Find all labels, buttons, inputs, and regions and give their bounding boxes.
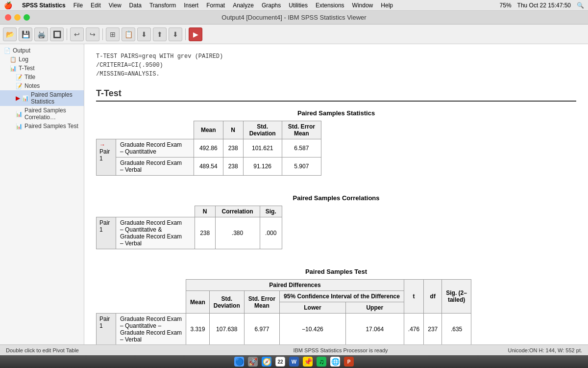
pair1-row1-label: Graduate Record Exam– Quantitative (116, 139, 194, 158)
section-title: T-Test (96, 88, 576, 102)
menu-analyze[interactable]: Analyze (233, 2, 254, 9)
paired-test-title: Paired Samples Test (96, 268, 576, 275)
syntax-line-3: /MISSING=ANALYSIS. (96, 70, 576, 79)
undo-button[interactable]: ↩ (70, 27, 84, 41)
dock: 🔵 🚀 🧭 22 W 📌 ♫ 🌐 P (0, 355, 588, 368)
test-col-t: t (404, 280, 423, 314)
menu-insert[interactable]: Insert (184, 2, 198, 9)
main-area: 📄 Output 📋 Log 📊 T-Test 📝 Title 📝 Notes … (0, 44, 588, 344)
menu-edit[interactable]: Edit (91, 2, 101, 9)
redo-button[interactable]: ↪ (86, 27, 99, 41)
test-sig: .635 (442, 314, 471, 345)
apple-menu[interactable]: 🍎 (4, 1, 12, 9)
test-t: .476 (404, 314, 423, 345)
menu-utilities[interactable]: Utilities (289, 2, 308, 9)
open-button[interactable]: 📂 (3, 27, 17, 41)
corr-corr: .380 (215, 217, 260, 249)
test-se: 6.977 (244, 314, 279, 345)
test-col-mean: Mean (186, 291, 210, 314)
paired-test-section: Paired Samples Test Paired Differences t… (96, 268, 576, 344)
dock-calendar[interactable]: 22 (275, 357, 285, 367)
table-row: Pair 1 Graduate Record Exam– Quantitativ… (97, 217, 282, 249)
paired-corr-icon: 📊 (16, 111, 23, 117)
corr-empty (97, 206, 195, 217)
dock-stickies[interactable]: 📌 (303, 357, 313, 367)
corr-col-sig: Sig. (260, 206, 282, 217)
dock-finder[interactable]: 🔵 (234, 357, 244, 367)
syntax-line-2: /CRITERIA=CI(.9500) (96, 61, 576, 70)
toolbar-sep1 (67, 28, 67, 40)
test-col-lower: Lower (280, 302, 346, 314)
dock-powerpoint[interactable]: P (344, 357, 354, 367)
menu-help[interactable]: Help (381, 2, 393, 9)
collapse-button[interactable]: ⬆ (153, 27, 167, 41)
window-title: Output4 [Document4] - IBM SPSS Statistic… (221, 14, 366, 21)
sidebar-item-log[interactable]: 📋 Log (0, 55, 84, 64)
pair1-row2-n: 238 (223, 158, 243, 176)
save-button[interactable]: 💾 (19, 27, 32, 41)
maximize-button[interactable] (24, 14, 30, 21)
sidebar-item-paired-stats[interactable]: ▶ 📊 Paired Samples Statistics (0, 90, 84, 106)
expand-button[interactable]: ⬇ (169, 27, 182, 41)
menu-data[interactable]: Data (129, 2, 142, 9)
print-button[interactable]: 🖨️ (34, 27, 48, 41)
sidebar-item-paired-test[interactable]: 📊 Paired Samples Test (0, 122, 84, 131)
close-button[interactable] (5, 14, 11, 21)
sidebar: 📄 Output 📋 Log 📊 T-Test 📝 Title 📝 Notes … (0, 44, 84, 344)
paired-test-icon: 📊 (16, 123, 23, 130)
menu-format[interactable]: Format (206, 2, 225, 9)
minimize-button[interactable] (14, 14, 21, 21)
col-n: N (223, 121, 243, 139)
active-arrow-icon: ▶ (16, 95, 20, 102)
test-df: 237 (424, 314, 442, 345)
test-pair-label: Pair 1 (97, 314, 116, 345)
sidebar-item-ttest[interactable]: 📊 T-Test (0, 64, 84, 73)
insert-button[interactable]: 📋 (122, 27, 135, 41)
print-preview-button[interactable]: 🔲 (50, 27, 64, 41)
menu-transform[interactable]: Transform (149, 2, 176, 9)
menu-file[interactable]: File (74, 2, 83, 9)
pair1-row1-mean: 492.86 (194, 139, 223, 158)
dock-safari[interactable]: 🧭 (262, 357, 271, 367)
pair1-row1-n: 238 (223, 139, 243, 158)
pair1-row1-se: 6.587 (282, 139, 321, 158)
menu-view[interactable]: View (109, 2, 122, 9)
dock-spotify[interactable]: ♫ (317, 357, 326, 367)
sidebar-item-title[interactable]: 📝 Title (0, 73, 84, 81)
content-area: T-TEST PAIRS=greq WITH grev (PAIRED) /CR… (84, 44, 588, 344)
paired-stats-table: Mean N Std.Deviation Std. ErrorMean → Pa… (96, 121, 321, 176)
run-button[interactable]: ▶ (189, 27, 202, 41)
corr-col-corr: Correlation (215, 206, 260, 217)
menu-graphs[interactable]: Graphs (262, 2, 281, 9)
paired-corr-title: Paired Samples Correlations (96, 194, 576, 202)
status-center-text: IBM SPSS Statistics Processor is ready (173, 347, 508, 353)
sidebar-item-output[interactable]: 📄 Output (0, 46, 84, 55)
dock-word[interactable]: W (289, 357, 299, 367)
toolbar: 📂 💾 🖨️ 🔲 ↩ ↪ ⊞ 📋 ⬇ ⬆ ⬇ ▶ (0, 25, 588, 44)
sidebar-item-paired-corr[interactable]: 📊 Paired Samples Correlatio… (0, 106, 84, 122)
search-icon[interactable]: 🔍 (577, 2, 584, 9)
test-lower: −10.426 (280, 314, 346, 345)
test-col-se: Std. ErrorMean (244, 291, 279, 314)
export-button[interactable]: ⬇ (137, 27, 151, 41)
corr-row-label: Graduate Record Exam– Quantitative &Grad… (116, 217, 195, 249)
goto-button[interactable]: ⊞ (106, 27, 120, 41)
menu-right-area: 75% Thu Oct 22 15:47:50 🔍 (500, 2, 584, 9)
titlebar: Output4 [Document4] - IBM SPSS Statistic… (0, 11, 588, 25)
sidebar-item-notes[interactable]: 📝 Notes (0, 81, 84, 90)
col-std-dev: Std.Deviation (243, 121, 282, 139)
test-mean: 3.319 (186, 314, 210, 345)
test-empty (97, 280, 186, 314)
syntax-block: T-TEST PAIRS=greq WITH grev (PAIRED) /CR… (96, 52, 576, 79)
test-upper: 17.064 (345, 314, 404, 345)
menu-extensions[interactable]: Extensions (316, 2, 344, 9)
dock-launchpad[interactable]: 🚀 (248, 357, 258, 367)
test-col-std: Std.Deviation (209, 291, 244, 314)
menu-window[interactable]: Window (352, 2, 373, 9)
log-icon: 📋 (10, 56, 17, 63)
corr-col-n: N (195, 206, 215, 217)
dock-chrome[interactable]: 🌐 (330, 357, 340, 367)
paired-stats-section: Paired Samples Statistics Mean N Std.Dev… (96, 109, 576, 176)
paired-diff-header: Paired Differences (186, 280, 404, 291)
test-col-upper: Upper (345, 302, 404, 314)
